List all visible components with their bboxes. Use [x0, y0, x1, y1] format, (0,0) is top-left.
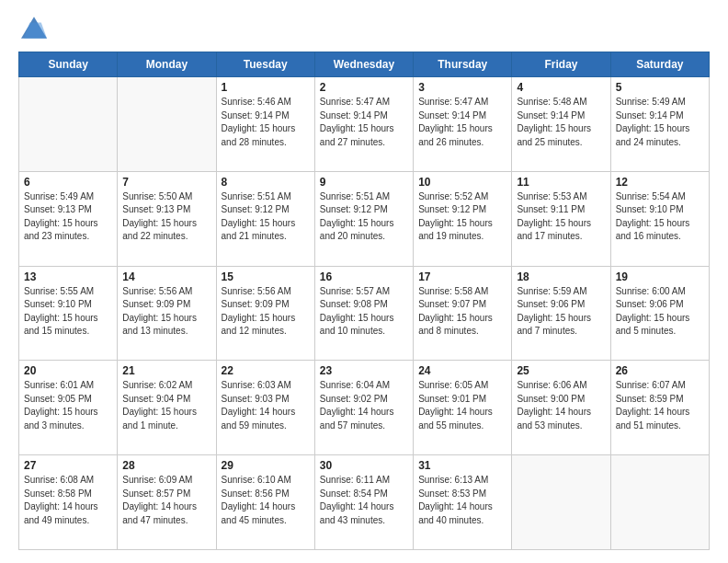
day-number: 11 [517, 176, 605, 189]
day-info: Sunrise: 5:55 AM Sunset: 9:10 PM Dayligh… [24, 285, 112, 339]
day-info: Sunrise: 6:13 AM Sunset: 8:53 PM Dayligh… [418, 474, 506, 527]
calendar-cell: 7Sunrise: 5:50 AM Sunset: 9:13 PM Daylig… [118, 171, 216, 266]
calendar-cell: 18Sunrise: 5:59 AM Sunset: 9:06 PM Dayli… [512, 266, 610, 361]
page: SundayMondayTuesdayWednesdayThursdayFrid… [0, 0, 728, 563]
weekday-header: Wednesday [314, 52, 413, 77]
day-number: 22 [222, 364, 310, 377]
day-info: Sunrise: 5:47 AM Sunset: 9:14 PM Dayligh… [320, 96, 408, 149]
logo [18, 17, 51, 42]
day-number: 15 [222, 270, 310, 283]
calendar-cell: 11Sunrise: 5:53 AM Sunset: 9:11 PM Dayli… [512, 171, 610, 266]
day-number: 16 [320, 270, 408, 283]
day-info: Sunrise: 5:56 AM Sunset: 9:09 PM Dayligh… [222, 285, 310, 339]
day-number: 18 [517, 270, 605, 283]
day-info: Sunrise: 5:57 AM Sunset: 9:08 PM Dayligh… [320, 285, 408, 339]
day-number: 21 [122, 364, 210, 377]
calendar-cell: 30Sunrise: 6:11 AM Sunset: 8:54 PM Dayli… [314, 455, 413, 550]
day-info: Sunrise: 5:49 AM Sunset: 9:14 PM Dayligh… [616, 96, 704, 149]
day-info: Sunrise: 6:07 AM Sunset: 8:59 PM Dayligh… [616, 379, 704, 432]
calendar-cell: 3Sunrise: 5:47 AM Sunset: 9:14 PM Daylig… [414, 77, 512, 172]
day-info: Sunrise: 5:54 AM Sunset: 9:10 PM Dayligh… [616, 190, 704, 244]
calendar-table: SundayMondayTuesdayWednesdayThursdayFrid… [18, 52, 710, 550]
day-info: Sunrise: 6:00 AM Sunset: 9:06 PM Dayligh… [616, 285, 704, 339]
day-number: 30 [320, 459, 408, 472]
calendar-cell: 16Sunrise: 5:57 AM Sunset: 9:08 PM Dayli… [314, 266, 413, 361]
calendar-cell: 22Sunrise: 6:03 AM Sunset: 9:03 PM Dayli… [216, 361, 314, 455]
day-number: 6 [24, 176, 112, 189]
day-info: Sunrise: 5:59 AM Sunset: 9:06 PM Dayligh… [517, 285, 605, 339]
day-number: 26 [616, 364, 704, 377]
day-number: 13 [24, 270, 112, 283]
calendar-cell: 27Sunrise: 6:08 AM Sunset: 8:58 PM Dayli… [19, 455, 118, 550]
weekday-header: Thursday [414, 52, 512, 77]
day-info: Sunrise: 6:09 AM Sunset: 8:57 PM Dayligh… [122, 474, 210, 527]
day-number: 24 [418, 364, 506, 377]
day-number: 28 [122, 459, 210, 472]
day-info: Sunrise: 6:01 AM Sunset: 9:05 PM Dayligh… [24, 379, 112, 432]
day-info: Sunrise: 6:04 AM Sunset: 9:02 PM Dayligh… [320, 379, 408, 432]
day-number: 20 [24, 364, 112, 377]
day-info: Sunrise: 6:10 AM Sunset: 8:56 PM Dayligh… [222, 474, 310, 527]
day-info: Sunrise: 5:46 AM Sunset: 9:14 PM Dayligh… [222, 96, 310, 149]
calendar-cell: 24Sunrise: 6:05 AM Sunset: 9:01 PM Dayli… [414, 361, 512, 455]
svg-marker-1 [24, 23, 47, 39]
day-info: Sunrise: 6:06 AM Sunset: 9:00 PM Dayligh… [517, 379, 605, 432]
calendar-cell: 15Sunrise: 5:56 AM Sunset: 9:09 PM Dayli… [216, 266, 314, 361]
calendar-cell: 9Sunrise: 5:51 AM Sunset: 9:12 PM Daylig… [314, 171, 413, 266]
day-number: 14 [122, 270, 210, 283]
logo-icon [21, 17, 47, 39]
calendar-cell: 20Sunrise: 6:01 AM Sunset: 9:05 PM Dayli… [19, 361, 118, 455]
weekday-header: Saturday [610, 52, 709, 77]
calendar-cell [512, 455, 610, 550]
day-number: 5 [616, 81, 704, 94]
day-number: 1 [222, 81, 310, 94]
day-info: Sunrise: 6:03 AM Sunset: 9:03 PM Dayligh… [222, 379, 310, 432]
calendar-cell: 12Sunrise: 5:54 AM Sunset: 9:10 PM Dayli… [610, 171, 709, 266]
calendar-cell: 10Sunrise: 5:52 AM Sunset: 9:12 PM Dayli… [414, 171, 512, 266]
day-info: Sunrise: 6:11 AM Sunset: 8:54 PM Dayligh… [320, 474, 408, 527]
calendar-cell [19, 77, 118, 172]
day-number: 31 [418, 459, 506, 472]
calendar-cell: 26Sunrise: 6:07 AM Sunset: 8:59 PM Dayli… [610, 361, 709, 455]
calendar-cell: 25Sunrise: 6:06 AM Sunset: 9:00 PM Dayli… [512, 361, 610, 455]
day-number: 2 [320, 81, 408, 94]
day-number: 27 [24, 459, 112, 472]
day-info: Sunrise: 5:51 AM Sunset: 9:12 PM Dayligh… [320, 190, 408, 244]
calendar-cell: 6Sunrise: 5:49 AM Sunset: 9:13 PM Daylig… [19, 171, 118, 266]
day-number: 4 [517, 81, 605, 94]
calendar-cell: 28Sunrise: 6:09 AM Sunset: 8:57 PM Dayli… [118, 455, 216, 550]
day-number: 7 [122, 176, 210, 189]
calendar-cell: 13Sunrise: 5:55 AM Sunset: 9:10 PM Dayli… [19, 266, 118, 361]
day-info: Sunrise: 5:47 AM Sunset: 9:14 PM Dayligh… [418, 96, 506, 149]
calendar-cell: 17Sunrise: 5:58 AM Sunset: 9:07 PM Dayli… [414, 266, 512, 361]
calendar-cell [118, 77, 216, 172]
day-info: Sunrise: 5:49 AM Sunset: 9:13 PM Dayligh… [24, 190, 112, 244]
calendar-cell: 4Sunrise: 5:48 AM Sunset: 9:14 PM Daylig… [512, 77, 610, 172]
day-info: Sunrise: 5:50 AM Sunset: 9:13 PM Dayligh… [122, 190, 210, 244]
day-number: 9 [320, 176, 408, 189]
day-info: Sunrise: 6:05 AM Sunset: 9:01 PM Dayligh… [418, 379, 506, 432]
calendar-cell: 31Sunrise: 6:13 AM Sunset: 8:53 PM Dayli… [414, 455, 512, 550]
day-number: 23 [320, 364, 408, 377]
weekday-header: Friday [512, 52, 610, 77]
day-info: Sunrise: 5:53 AM Sunset: 9:11 PM Dayligh… [517, 190, 605, 244]
day-number: 3 [418, 81, 506, 94]
weekday-header: Tuesday [216, 52, 314, 77]
day-number: 19 [616, 270, 704, 283]
calendar-cell [610, 455, 709, 550]
day-info: Sunrise: 5:51 AM Sunset: 9:12 PM Dayligh… [222, 190, 310, 244]
day-number: 10 [418, 176, 506, 189]
calendar-cell: 19Sunrise: 6:00 AM Sunset: 9:06 PM Dayli… [610, 266, 709, 361]
weekday-header: Sunday [19, 52, 118, 77]
day-number: 17 [418, 270, 506, 283]
calendar-cell: 2Sunrise: 5:47 AM Sunset: 9:14 PM Daylig… [314, 77, 413, 172]
day-info: Sunrise: 6:08 AM Sunset: 8:58 PM Dayligh… [24, 474, 112, 527]
day-number: 12 [616, 176, 704, 189]
weekday-header: Monday [118, 52, 216, 77]
calendar-cell: 5Sunrise: 5:49 AM Sunset: 9:14 PM Daylig… [610, 77, 709, 172]
day-number: 29 [222, 459, 310, 472]
calendar-cell: 23Sunrise: 6:04 AM Sunset: 9:02 PM Dayli… [314, 361, 413, 455]
day-info: Sunrise: 5:56 AM Sunset: 9:09 PM Dayligh… [122, 285, 210, 339]
calendar-cell: 21Sunrise: 6:02 AM Sunset: 9:04 PM Dayli… [118, 361, 216, 455]
day-number: 8 [222, 176, 310, 189]
